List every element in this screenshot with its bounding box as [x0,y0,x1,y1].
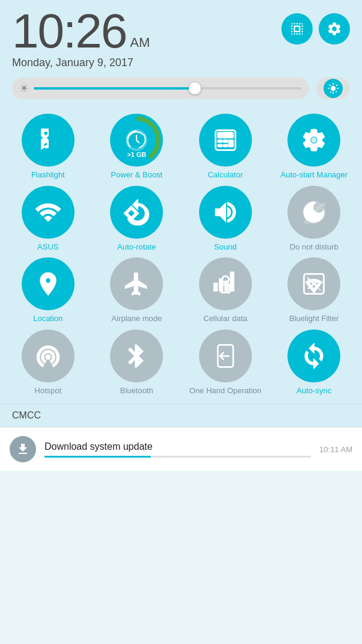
onehand-icon [212,343,239,369]
clock-time: 10:26 [12,7,126,55]
clock-ampm: AM [130,35,150,51]
hotspot-label: Hotspot [34,386,61,396]
airplane-label: Airplane mode [111,314,162,324]
power-boost-badge: >1 GB [127,151,146,158]
qs-donotdisturb[interactable]: Do not disturb [272,186,357,252]
flashlight-label: Flashlight [31,170,65,180]
notification-time: 10:11 AM [319,445,352,454]
settings-icon [327,21,342,37]
bluelight-icon [301,271,327,297]
location-icon [35,271,61,297]
svg-rect-3 [218,132,233,138]
calculator-label: Calculator [207,170,243,180]
wifi-icon [35,199,61,225]
notes-button[interactable] [281,13,313,44]
power-boost-icon [110,114,163,167]
airplane-icon [123,271,150,297]
notification-content: Download system update [44,441,311,458]
autostart-label: Auto-start Manager [281,170,348,180]
autosync-icon [301,343,327,369]
qs-asus[interactable]: ASUS [6,186,90,252]
svg-rect-5 [218,144,222,147]
qs-flashlight[interactable]: Flashlight [6,114,90,180]
settings-button[interactable] [319,13,350,44]
qs-calculator[interactable]: Calculator [183,114,268,180]
autostart-icon [301,127,327,153]
cellular-icon [212,271,239,297]
svg-rect-8 [229,140,233,147]
hotspot-icon [35,343,61,369]
qs-autorotate[interactable]: Auto-rotate [95,186,179,252]
brightness-slider[interactable] [34,87,302,90]
svg-rect-6 [223,140,227,143]
date-display: Monday, January 9, 2017 [12,57,350,69]
qs-onehand[interactable]: One Hand Operation [183,330,268,396]
donotdisturb-icon [301,199,327,225]
donotdisturb-label: Do not disturb [290,242,339,252]
bluelight-label: Bluelight Filter [289,314,339,324]
svg-rect-7 [223,144,227,147]
auto-brightness-button[interactable] [316,78,350,99]
qs-bluelight[interactable]: Bluelight Filter [272,257,357,324]
auto-brightness-icon [327,82,339,94]
svg-point-9 [312,138,316,142]
qs-hotspot[interactable]: Hotspot [6,330,90,396]
notification-progress-bar [44,456,311,458]
quick-settings-grid: Flashlight >1 GB Power & Boost [0,114,362,395]
autorotate-icon [123,199,150,225]
qs-power-boost[interactable]: >1 GB Power & Boost [95,114,179,180]
qs-cellular[interactable]: Cellular data [183,257,268,324]
notification-item[interactable]: Download system update 10:11 AM [0,427,362,471]
location-label: Location [33,314,63,324]
flashlight-icon [35,127,61,153]
asus-label: ASUS [37,242,58,252]
notes-icon [289,21,305,37]
autorotate-label: Auto-rotate [117,242,156,252]
power-boost-label: Power & Boost [111,170,162,180]
download-icon [16,442,30,456]
notification-icon [10,436,36,462]
bluetooth-icon [123,343,150,369]
notification-title: Download system update [44,441,311,452]
sound-icon [212,199,239,225]
onehand-label: One Hand Operation [189,386,262,396]
autosync-label: Auto-sync [296,386,331,396]
brightness-control: ☀ [12,78,350,99]
brightness-low-icon: ☀ [19,82,29,95]
svg-rect-4 [218,140,222,143]
cellular-label: Cellular data [203,314,247,324]
sound-label: Sound [214,242,237,252]
bluetooth-label: Bluetooth [120,386,153,396]
qs-autostart[interactable]: Auto-start Manager [272,114,357,180]
qs-autosync[interactable]: Auto-sync [272,330,357,396]
qs-bluetooth[interactable]: Bluetooth [95,330,179,396]
qs-airplane[interactable]: Airplane mode [95,257,179,324]
calculator-icon [212,127,239,153]
carrier-label: CMCC [0,403,362,427]
qs-location[interactable]: Location [6,257,90,324]
qs-sound[interactable]: Sound [183,186,268,252]
